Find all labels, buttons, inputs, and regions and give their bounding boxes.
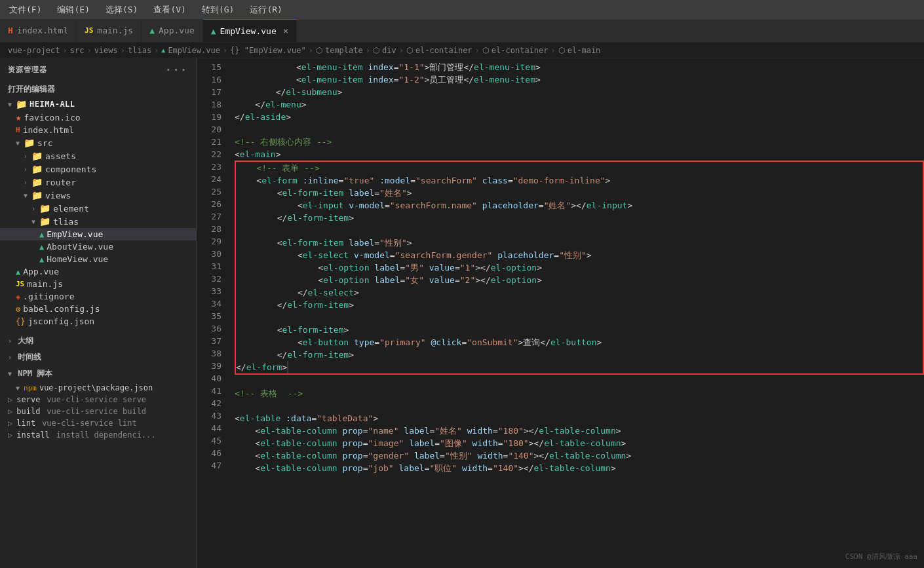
- file-babel-config[interactable]: ⚙ babel.config.js: [0, 303, 196, 315]
- tab-index-html[interactable]: H index.html: [0, 19, 77, 42]
- file-index-html[interactable]: H index.html: [0, 124, 196, 136]
- code-line-21: <!-- 右侧核心内容 -->: [235, 136, 924, 148]
- sep: ›: [87, 46, 91, 55]
- git-icon: ◈: [16, 292, 20, 301]
- folder-assets[interactable]: › 📁 assets: [0, 149, 196, 162]
- file-empview-vue[interactable]: ▲ EmpView.vue: [0, 228, 196, 240]
- open-editors-label[interactable]: 打开的编辑器: [0, 81, 196, 98]
- file-favicon[interactable]: ★ favicon.ico: [0, 111, 196, 124]
- sep: ›: [223, 46, 227, 55]
- tab-bar: H index.html JS main.js ▲ App.vue ▲ EmpV…: [0, 20, 924, 43]
- folder-src[interactable]: ▼ 📁 src: [0, 136, 196, 149]
- line-num: 34: [197, 297, 221, 310]
- chevron-right-icon: ›: [24, 153, 28, 160]
- crumb-project[interactable]: vue-project: [8, 46, 60, 55]
- folder-views[interactable]: ▼ 📁 views: [0, 189, 196, 202]
- crumb-template[interactable]: template: [325, 46, 363, 55]
- file-label: main.js: [27, 279, 63, 289]
- file-aboutview-vue[interactable]: ▲ AboutView.vue: [0, 240, 196, 253]
- line-num: 32: [197, 273, 221, 285]
- file-homeview-vue[interactable]: ▲ HomeView.vue: [0, 253, 196, 265]
- chevron-right-icon: ›: [8, 337, 12, 345]
- code-line-39: </el-form>: [236, 361, 923, 373]
- line-num: 44: [197, 422, 221, 434]
- tab-app-vue[interactable]: ▲ App.vue: [142, 19, 203, 42]
- chevron-right-icon: ›: [24, 179, 28, 186]
- crumb-braces[interactable]: {} "EmpView.vue": [230, 46, 306, 55]
- line-num: 25: [197, 185, 221, 198]
- tab-main-js[interactable]: JS main.js: [77, 19, 142, 42]
- code-editor[interactable]: 15 16 17 18 19 20 21 22 23 24 25 26 27 2…: [197, 58, 924, 568]
- file-app-vue[interactable]: ▲ App.vue: [0, 265, 196, 278]
- line-num: 23: [197, 161, 221, 173]
- folder-element[interactable]: › 📁 element: [0, 202, 196, 215]
- npm-build[interactable]: ▷ build vue-cli-service build: [0, 406, 196, 417]
- code-line-42: [235, 400, 924, 412]
- file-label: HomeView.vue: [47, 254, 108, 264]
- crumb-el-main[interactable]: el-main: [568, 46, 601, 55]
- chevron-down-icon: ▼: [8, 101, 12, 108]
- crumb-tlias[interactable]: tlias: [128, 46, 151, 55]
- code-line-46: <el-table-column prop="gender" label="性别…: [235, 449, 924, 462]
- code-line-47: <el-table-column prop="job" label="职位" w…: [235, 462, 924, 474]
- sep: ›: [475, 46, 480, 55]
- file-main-js[interactable]: JS main.js: [0, 278, 196, 290]
- line-num: 15: [197, 61, 221, 73]
- menu-goto[interactable]: 转到(G): [199, 3, 237, 17]
- npm-command: vue-cli-service lint: [42, 419, 137, 428]
- timeline-section[interactable]: › 时间线: [0, 349, 196, 366]
- tab-close-icon[interactable]: ×: [283, 26, 288, 36]
- line-num: 40: [197, 372, 221, 385]
- html-icon: H: [16, 126, 20, 134]
- line-num: 30: [197, 248, 221, 260]
- folder-icon: 📁: [39, 203, 50, 214]
- tab-label: EmpView.vue: [220, 26, 277, 36]
- crumb-div-icon: ⬡: [373, 46, 379, 55]
- code-line-23: <!-- 表单 -->: [236, 162, 923, 174]
- file-gitignore[interactable]: ◈ .gitignore: [0, 290, 196, 303]
- sep: ›: [551, 46, 556, 55]
- outline-section[interactable]: › 大纲: [0, 333, 196, 349]
- crumb-el-container[interactable]: el-container: [415, 46, 472, 55]
- sidebar-menu-icon[interactable]: ···: [165, 64, 188, 76]
- html-icon: H: [8, 26, 13, 35]
- crumb-el-container2[interactable]: el-container: [491, 46, 549, 55]
- npm-section[interactable]: ▼ NPM 脚本: [0, 366, 196, 382]
- folder-icon: 📁: [31, 177, 43, 187]
- npm-install[interactable]: ▷ install install dependenci...: [0, 429, 196, 441]
- menu-file[interactable]: 文件(F): [7, 3, 44, 17]
- folder-tlias[interactable]: ▼ 📁 tlias: [0, 215, 196, 228]
- npm-command: install dependenci...: [56, 430, 156, 440]
- npm-package-json[interactable]: ▼ npm vue-project\package.json: [0, 382, 196, 394]
- sep: ›: [154, 46, 159, 55]
- vue-icon: ▲: [39, 230, 44, 239]
- npm-serve[interactable]: ▷ serve vue-cli-service serve: [0, 394, 196, 406]
- file-jsconfig-json[interactable]: {} jsconfig.json: [0, 315, 196, 328]
- crumb-views[interactable]: views: [94, 46, 118, 55]
- crumb-src[interactable]: src: [70, 46, 85, 55]
- menu-edit[interactable]: 编辑(E): [54, 3, 92, 17]
- crumb-empview[interactable]: EmpView.vue: [168, 46, 220, 55]
- code-line-35: [236, 311, 923, 324]
- menu-run[interactable]: 运行(R): [247, 3, 284, 17]
- line-num: 18: [197, 98, 221, 111]
- folder-components[interactable]: › 📁 components: [0, 162, 196, 176]
- npm-lint[interactable]: ▷ lint vue-cli-service lint: [0, 417, 196, 429]
- crumb-div[interactable]: div: [382, 46, 396, 55]
- code-line-34: </el-form-item>: [236, 299, 923, 311]
- code-line-45: <el-table-column prop="image" label="图像"…: [235, 437, 924, 449]
- code-line-38: </el-form-item>: [236, 349, 923, 361]
- tab-empview-vue[interactable]: ▲ EmpView.vue ×: [203, 19, 297, 42]
- line-num: 38: [197, 347, 221, 360]
- menu-view[interactable]: 查看(V): [151, 3, 188, 17]
- line-num: 31: [197, 260, 221, 273]
- root-folder[interactable]: ▼ 📁 HEIMA-ALL: [0, 98, 196, 111]
- vue-icon: ▲: [16, 267, 20, 276]
- sep: ›: [121, 46, 125, 55]
- folder-router[interactable]: › 📁 router: [0, 176, 196, 189]
- code-line-43: <el-table :data="tableData">: [235, 412, 924, 425]
- sidebar: 资源管理器 ··· 打开的编辑器 ▼ 📁 HEIMA-ALL ★ favicon…: [0, 58, 197, 568]
- menu-select[interactable]: 选择(S): [103, 3, 140, 17]
- run-icon: ▷: [8, 407, 12, 416]
- js-icon: JS: [85, 26, 93, 35]
